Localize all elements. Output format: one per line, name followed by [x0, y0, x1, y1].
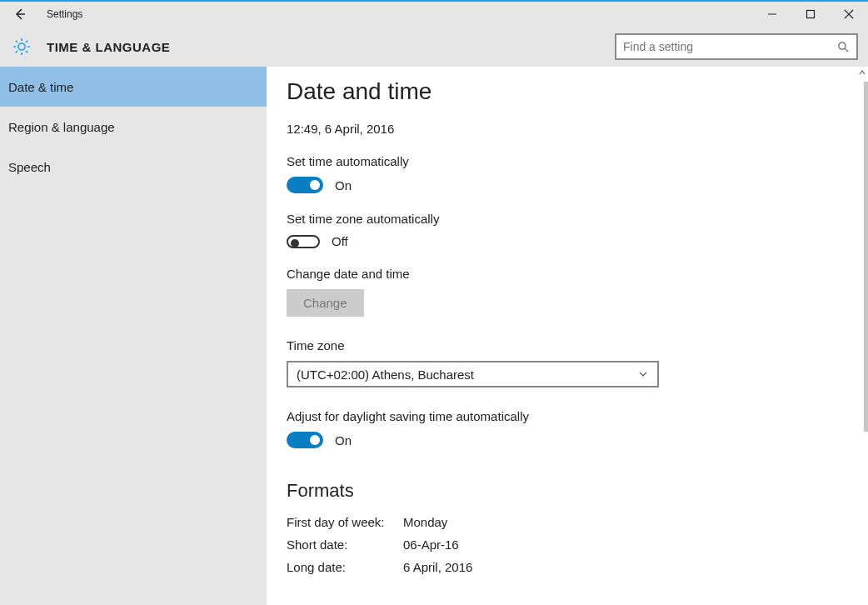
scroll-thumb[interactable]: [864, 82, 868, 432]
svg-point-4: [18, 43, 25, 50]
dst-state: On: [335, 433, 352, 448]
scroll-up-button[interactable]: [856, 67, 868, 78]
dst-label: Adjust for daylight saving time automati…: [287, 409, 848, 423]
formats-row: Short date: 06-Apr-16: [287, 538, 848, 552]
sidebar-item-label: Date & time: [8, 80, 73, 94]
svg-line-6: [845, 48, 848, 52]
close-button[interactable]: [830, 2, 868, 27]
formats-row: First day of week: Monday: [287, 515, 848, 529]
minimize-button[interactable]: [753, 2, 791, 27]
formats-value: Monday: [403, 515, 447, 529]
timezone-value: (UTC+02:00) Athens, Bucharest: [297, 368, 474, 382]
sidebar: Date & time Region & language Speech: [0, 67, 267, 605]
sidebar-item-region-language[interactable]: Region & language: [0, 107, 267, 147]
current-datetime: 12:49, 6 April, 2016: [287, 122, 848, 136]
search-input[interactable]: [623, 40, 836, 53]
sidebar-item-label: Speech: [8, 160, 51, 174]
svg-point-5: [839, 42, 846, 49]
set-tz-auto-state: Off: [332, 234, 348, 248]
scrollbar[interactable]: [863, 67, 868, 605]
timezone-label: Time zone: [287, 338, 848, 352]
sidebar-item-label: Region & language: [8, 120, 115, 134]
formats-value: 6 April, 2016: [403, 560, 472, 574]
formats-row: Long date: 6 April, 2016: [287, 560, 848, 574]
change-button: Change: [287, 289, 364, 317]
page-title: Date and time: [287, 78, 848, 105]
search-icon: [836, 40, 850, 53]
close-icon: [844, 9, 854, 19]
formats-table: First day of week: Monday Short date: 06…: [287, 515, 848, 574]
set-time-auto-toggle[interactable]: [287, 177, 323, 193]
chevron-up-icon: [858, 68, 866, 77]
minimize-icon: [767, 9, 777, 19]
sidebar-item-speech[interactable]: Speech: [0, 147, 267, 187]
window-title: Settings: [47, 8, 82, 20]
set-tz-auto-label: Set time zone automatically: [287, 212, 848, 226]
set-tz-auto-toggle[interactable]: [287, 235, 320, 248]
dst-toggle[interactable]: [287, 432, 323, 448]
search-box[interactable]: [615, 33, 858, 60]
chevron-down-icon: [637, 368, 649, 380]
formats-key: Long date:: [287, 560, 403, 574]
arrow-left-icon: [13, 8, 27, 21]
formats-key: First day of week:: [287, 515, 403, 529]
formats-key: Short date:: [287, 538, 403, 552]
content-pane: Date and time 12:49, 6 April, 2016 Set t…: [267, 67, 868, 605]
settings-gear-icon: [10, 35, 33, 58]
set-time-auto-label: Set time automatically: [287, 154, 848, 168]
back-button[interactable]: [0, 2, 40, 27]
section-title: TIME & LANGUAGE: [47, 40, 170, 54]
maximize-icon: [806, 9, 816, 19]
formats-heading: Formats: [287, 480, 848, 502]
titlebar: Settings: [0, 2, 868, 27]
timezone-dropdown[interactable]: (UTC+02:00) Athens, Bucharest: [287, 361, 659, 388]
svg-rect-1: [807, 11, 815, 18]
change-date-time-label: Change date and time: [287, 267, 848, 281]
set-time-auto-state: On: [335, 178, 352, 192]
sidebar-item-date-time[interactable]: Date & time: [0, 67, 267, 107]
maximize-button[interactable]: [791, 2, 830, 27]
header-bar: TIME & LANGUAGE: [0, 27, 868, 67]
formats-value: 06-Apr-16: [403, 538, 459, 552]
